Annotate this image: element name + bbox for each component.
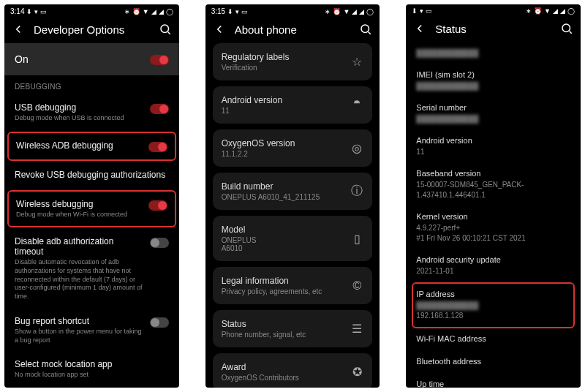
back-icon[interactable] [413, 22, 426, 35]
back-icon[interactable] [12, 23, 25, 36]
status-uptime[interactable]: Up time 41:48:34 [416, 374, 570, 388]
setting-title: Bug report shortcut [15, 316, 144, 326]
card-build[interactable]: Build number ONEPLUS A6010_41_211125 ⓘ [213, 173, 373, 210]
page-title: About phone [235, 23, 351, 36]
phone-about: 3:15 ⬇ ▾ ▭ ∗ ⏰ ▼ ◢ ◢ ◯ About phone Regul… [205, 4, 380, 388]
disable-adb-timeout-toggle[interactable] [150, 238, 169, 248]
card-title: Award [222, 362, 344, 372]
setting-sub: Debug mode when USB is connected [15, 114, 144, 123]
page-title: Developer Options [34, 23, 150, 36]
star-icon: ☆ [350, 56, 363, 69]
status-android-version[interactable]: Android version 11 [416, 130, 570, 163]
mock-location-row[interactable]: Select mock location app No mock locatio… [4, 352, 179, 387]
status-security-update[interactable]: Android security update 2021-11-01 [416, 249, 570, 282]
back-icon[interactable] [213, 23, 226, 36]
master-toggle[interactable] [150, 55, 169, 65]
card-title: Legal information [222, 276, 344, 286]
master-toggle-row[interactable]: On [4, 43, 179, 75]
status-value: ████████████ [416, 81, 570, 91]
wifi-icon: ▼ [143, 8, 149, 15]
header: Developer Options [4, 17, 179, 43]
list-icon: ☰ [350, 323, 363, 336]
wireless-adb-toggle[interactable] [148, 142, 167, 152]
download-icon: ⬇ [412, 7, 418, 15]
clock: 3:14 [10, 7, 24, 15]
status-kernel[interactable]: Kernel version 4.9.227-perf+ #1 Fri Nov … [416, 206, 570, 249]
card-android-version[interactable]: Android version 11 [213, 86, 373, 124]
setting-title: USB debugging [15, 102, 144, 113]
card-award[interactable]: Award OxygenOS Contributors ✪ [213, 353, 373, 388]
card-sub: ONEPLUS A6010 [222, 236, 344, 252]
status-title: Serial number [416, 103, 570, 112]
status-wifi-mac[interactable]: Wi-Fi MAC address [416, 328, 570, 351]
card-sub: OxygenOS Contributors [222, 374, 344, 382]
setting-title: Select mock location app [15, 359, 169, 369]
status-value: 15-00007-SDM845_GEN_PACK-1.437410.1.4464… [416, 180, 570, 200]
status-title: Up time [416, 380, 570, 388]
alarm-icon: ⏰ [132, 8, 140, 15]
phone-developer-options: 3:14 ⬇ ▾ ▭ ∗ ⏰ ▼ ◢ ◢ ◯ Developer Options… [4, 4, 179, 388]
status-value: #1 Fri Nov 26 00:10:21 CST 2021 [416, 233, 570, 244]
card-status[interactable]: Status Phone number, signal, etc ☰ [213, 310, 373, 347]
on-label: On [15, 53, 29, 65]
disable-adb-timeout-row[interactable]: Disable adb authorization timeout Disabl… [4, 229, 179, 308]
search-icon[interactable] [560, 22, 573, 35]
card-icon: ▭ [241, 8, 248, 15]
signal2-icon: ◢ [560, 7, 565, 15]
misc-icon: ▾ [235, 8, 239, 15]
highlight-wireless-adb: Wireless ADB debugging [7, 132, 176, 161]
search-icon[interactable] [159, 23, 172, 36]
card-sub: Verification [222, 64, 344, 72]
highlight-ip-address[interactable]: IP address ████████████ 192.168.1.128 [412, 282, 575, 328]
force-gnss-row[interactable]: Force full GNSS measurements Track all G… [4, 387, 179, 388]
card-model[interactable]: Model ONEPLUS A6010 ▯ [213, 216, 373, 261]
status-imei2[interactable]: IMEI (sim slot 2) ████████████ [416, 64, 570, 97]
card-title: Regulatory labels [222, 52, 344, 62]
card-legal[interactable]: Legal information Privacy policy, agreem… [213, 267, 373, 304]
revoke-row[interactable]: Revoke USB debugging authorizations [4, 162, 179, 189]
bug-report-toggle[interactable] [150, 317, 169, 328]
phone-status: ⬇ ▾ ▭ ∗ ⏰ ▼ ◢ ◢ ◯ Status ████████████ IM… [406, 4, 581, 388]
android-icon [350, 99, 363, 112]
wireless-debugging-row[interactable]: Wireless debugging Debug mode when Wi-Fi… [9, 192, 175, 227]
info-icon: ⓘ [350, 185, 363, 198]
wireless-debugging-toggle[interactable] [148, 200, 167, 211]
usb-debugging-toggle[interactable] [150, 104, 169, 114]
card-oxygenos[interactable]: OxygenOS version 11.1.2.2 ◎ [213, 129, 373, 167]
setting-sub: No mock location app set [15, 371, 169, 380]
status-title: Wi-Fi MAC address [416, 334, 570, 343]
content: Regulatory labels Verification ☆ Android… [205, 43, 380, 388]
status-title: Android security update [416, 255, 570, 264]
clock: 3:15 [211, 7, 225, 15]
usb-debugging-row[interactable]: USB debugging Debug mode when USB is con… [4, 95, 179, 130]
header: Status [406, 16, 581, 42]
card-icon: ▭ [426, 7, 432, 15]
bluetooth-icon: ∗ [124, 8, 130, 15]
setting-title: Revoke USB debugging authorizations [15, 170, 169, 180]
circle-icon: ◎ [350, 142, 363, 155]
copyright-icon: © [350, 279, 363, 293]
status-title: Kernel version [416, 212, 570, 221]
status-baseband[interactable]: Baseband version 15-00007-SDM845_GEN_PAC… [416, 163, 570, 206]
card-sub: ONEPLUS A6010_41_211125 [222, 193, 344, 201]
device-icon: ▯ [350, 232, 363, 245]
status-bluetooth[interactable]: Bluetooth address [416, 351, 570, 374]
card-icon: ▭ [40, 8, 47, 15]
bug-report-row[interactable]: Bug report shortcut Show a button in the… [4, 309, 179, 352]
status-title: Bluetooth address [416, 357, 570, 366]
setting-sub: Disable automatic revocation of adb auth… [15, 258, 144, 301]
download-icon: ⬇ [227, 8, 233, 15]
battery-icon: ◯ [166, 8, 173, 15]
header: About phone [205, 17, 380, 43]
status-value: 2021-11-01 [416, 266, 570, 276]
search-icon[interactable] [359, 23, 372, 36]
award-icon: ✪ [350, 366, 363, 379]
wireless-adb-row[interactable]: Wireless ADB debugging [9, 133, 175, 159]
setting-sub: Show a button in the power menu for taki… [15, 328, 144, 344]
status-value: 11 [416, 147, 570, 157]
status-serial[interactable]: Serial number ████████████ [416, 97, 570, 130]
card-regulatory[interactable]: Regulatory labels Verification ☆ [213, 43, 373, 80]
status-imei1-partial[interactable]: ████████████ [416, 42, 570, 64]
bluetooth-icon: ∗ [325, 8, 331, 15]
misc-icon: ▾ [34, 8, 38, 15]
